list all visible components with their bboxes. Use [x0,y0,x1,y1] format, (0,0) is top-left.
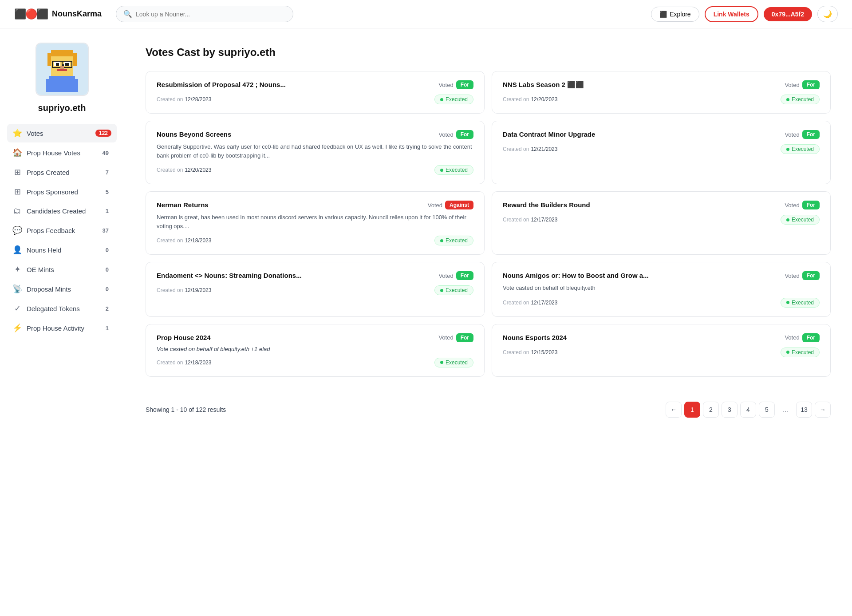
vote-card[interactable]: Endaoment <> Nouns: Streaming Donations.… [146,262,485,317]
explore-button[interactable]: ⬛ Explore [651,7,699,22]
vote-card[interactable]: Resubmission of Proposal 472 ; Nouns...V… [146,71,485,114]
status-badge: Executed [434,285,473,295]
status-dot [786,148,789,151]
pagination-page-4[interactable]: 4 [740,402,756,418]
svg-rect-2 [46,79,52,92]
vote-card[interactable]: Reward the Builders RoundVotedForCreated… [492,191,831,255]
wallet-address-button[interactable]: 0x79...A5f2 [764,7,812,21]
voted-label: Voted [438,334,453,341]
vote-card[interactable]: NNS Labs Season 2 ⬛⬛VotedForCreated on12… [492,71,831,114]
created-date: 12/17/2023 [531,300,557,306]
created-label: Created on [503,300,529,306]
pagination-page-13[interactable]: 13 [796,402,812,418]
svg-rect-14 [62,64,64,66]
svg-rect-5 [51,50,73,57]
status-label: Executed [792,217,814,223]
sidebar-item-props-sponsored[interactable]: ⊞Props Sponsored5 [7,182,117,201]
status-dot [786,218,789,221]
voted-label: Voted [785,131,799,138]
verdict-badge: For [802,80,820,89]
svg-rect-10 [55,63,59,66]
sidebar-item-label-props-created: Props Created [27,169,70,176]
sidebar-item-oe-mints[interactable]: ✦OE Mints0 [7,260,117,279]
vote-card[interactable]: Nouns Beyond ScreensVotedForGenerally Su… [146,121,485,184]
voted-label: Voted [438,131,453,138]
sidebar-item-props-feedback[interactable]: 💬Props Feedback37 [7,221,117,240]
sidebar-item-count-props-created: 7 [103,169,111,176]
sidebar-item-label-candidates-created: Candidates Created [27,207,86,215]
prop-house-activity-icon: ⚡ [12,323,22,333]
sidebar-item-nouns-held[interactable]: 👤Nouns Held0 [7,241,117,259]
sidebar-item-candidates-created[interactable]: 🗂Candidates Created1 [7,202,117,220]
avatar-wrap [7,43,117,96]
verdict-badge: For [456,333,473,342]
vote-title: Nerman Returns [157,201,424,209]
created-label: Created on [503,349,529,355]
created-label: Created on [157,287,183,293]
voted-label: Voted [785,272,799,279]
verdict-badge: For [802,271,820,280]
props-feedback-icon: 💬 [12,225,22,235]
svg-rect-6 [47,53,51,66]
status-dot [440,289,443,292]
search-input[interactable] [136,11,286,18]
link-wallets-button[interactable]: Link Wallets [705,6,758,22]
sidebar-item-label-prop-house-votes: Prop House Votes [27,149,80,157]
status-badge: Executed [434,165,473,175]
created-label: Created on [503,146,529,152]
pagination-page-5[interactable]: 5 [759,402,775,418]
vote-body: Generally Supportive. Was early user for… [157,142,473,160]
status-dot [786,351,789,354]
sidebar-item-count-candidates-created: 1 [103,207,111,215]
vote-title: Nouns Amigos or: How to Boost and Grow a… [503,271,781,280]
status-label: Executed [446,237,468,244]
pagination-prev[interactable]: ← [666,402,682,418]
verdict-badge: For [802,333,820,342]
status-badge: Executed [781,298,820,308]
sidebar-item-label-nouns-held: Nouns Held [27,246,61,254]
created-date: 12/18/2023 [185,359,211,366]
pagination-next[interactable]: → [815,402,831,418]
nouns-held-icon: 👤 [12,245,22,255]
sidebar-item-votes[interactable]: ⭐Votes122 [7,124,117,142]
pagination-page-1[interactable]: 1 [684,402,700,418]
vote-title: Endaoment <> Nouns: Streaming Donations.… [157,271,435,280]
verdict-badge: For [802,130,820,139]
status-label: Executed [792,300,814,306]
vote-title: Nouns Esports 2024 [503,333,781,342]
pagination-page-3[interactable]: 3 [722,402,738,418]
droposal-mints-icon: 📡 [12,284,22,294]
sidebar-item-props-created[interactable]: ⊞Props Created7 [7,163,117,182]
vote-card[interactable]: Nouns Amigos or: How to Boost and Grow a… [492,262,831,317]
status-label: Executed [446,287,468,293]
status-badge: Executed [434,236,473,245]
logo-area: ⬛🔴⬛ NounsKarma [14,8,102,20]
search-bar[interactable]: 🔍 [116,6,293,22]
vote-title: Nouns Beyond Screens [157,130,435,139]
sidebar-item-count-prop-house-activity: 1 [103,324,111,332]
status-badge: Executed [781,347,820,357]
voted-label: Voted [785,334,799,341]
svg-rect-11 [65,63,68,66]
sidebar: supriyo.eth ⭐Votes122🏠Prop House Votes49… [0,28,124,616]
created-label: Created on [503,96,529,103]
sidebar-item-droposal-mints[interactable]: 📡Droposal Mints0 [7,280,117,298]
svg-rect-1 [49,76,75,92]
vote-title: Resubmission of Proposal 472 ; Nouns... [157,80,435,89]
votes-icon: ⭐ [12,128,22,138]
explore-icon: ⬛ [659,11,667,18]
votes-grid: Resubmission of Proposal 472 ; Nouns...V… [146,71,831,377]
vote-title: Data Contract Minor Upgrade [503,130,781,139]
vote-card[interactable]: Nerman ReturnsVotedAgainstNerman is grea… [146,191,485,255]
sidebar-item-delegated-tokens[interactable]: ✓Delegated Tokens2 [7,299,117,318]
page-title: Votes Cast by supriyo.eth [146,46,831,59]
vote-body: Nerman is great, has been used in most n… [157,213,473,230]
sidebar-nav: ⭐Votes122🏠Prop House Votes49⊞Props Creat… [7,124,117,337]
vote-card[interactable]: Data Contract Minor UpgradeVotedForCreat… [492,121,831,184]
vote-card[interactable]: Nouns Esports 2024VotedForCreated on12/1… [492,324,831,377]
vote-card[interactable]: Prop House 2024VotedForVote casted on be… [146,324,485,377]
sidebar-item-prop-house-activity[interactable]: ⚡Prop House Activity1 [7,319,117,337]
sidebar-item-prop-house-votes[interactable]: 🏠Prop House Votes49 [7,143,117,162]
pagination-page-2[interactable]: 2 [703,402,719,418]
theme-toggle-button[interactable]: 🌙 [817,6,838,22]
